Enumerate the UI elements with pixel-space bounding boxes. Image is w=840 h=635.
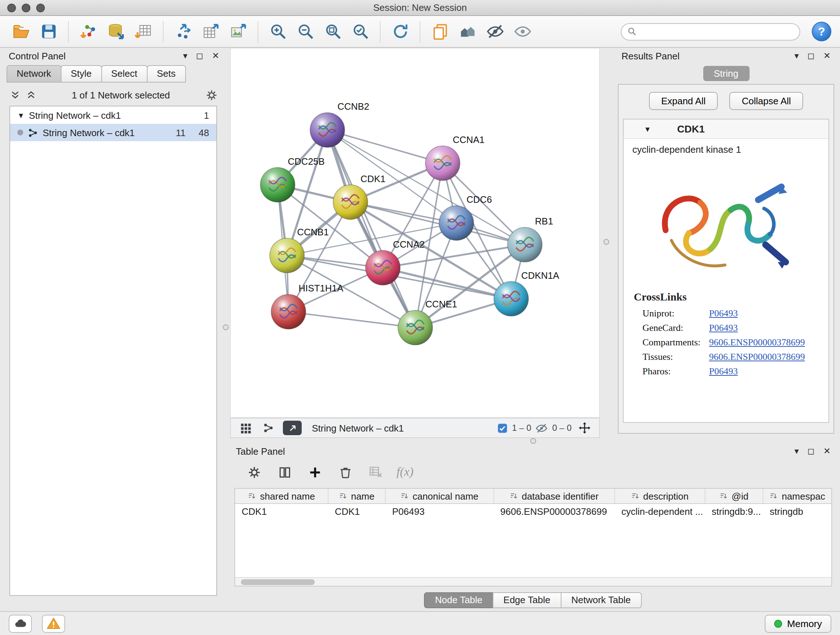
export-network-button[interactable] — [171, 19, 195, 44]
cloud-status-button[interactable] — [9, 614, 32, 632]
refresh-button[interactable] — [388, 19, 412, 44]
gene-disclosure-icon[interactable]: ▼ — [644, 125, 651, 133]
import-table-button[interactable] — [131, 19, 156, 44]
crosslink-link[interactable]: 9606.ENSP00000378699 — [709, 351, 805, 363]
network-graph[interactable]: CCNB2CCNA1CDC25BCDK1CDC6RB1CCNB1CCNA2CDK… — [231, 49, 599, 417]
export-image-icon — [229, 22, 247, 41]
warnings-button[interactable] — [42, 614, 65, 632]
show-all-button[interactable] — [510, 19, 535, 44]
tab-edge-table[interactable]: Edge Table — [493, 592, 561, 608]
cell-namespace[interactable]: stringdb — [763, 504, 831, 521]
expand-all-button[interactable]: Expand All — [649, 92, 718, 110]
splitter-handle[interactable] — [223, 325, 229, 330]
pan-mode-button[interactable] — [576, 420, 593, 436]
column-header-name[interactable]: name — [328, 489, 386, 503]
tab-select[interactable]: Select — [101, 65, 147, 82]
open-session-button[interactable] — [9, 19, 33, 44]
function-builder-button[interactable]: f(x) — [396, 465, 414, 479]
tab-sets[interactable]: Sets — [147, 65, 186, 82]
cell-shared-name[interactable]: CDK1 — [235, 504, 328, 521]
splitter-handle[interactable] — [603, 239, 609, 245]
column-header-description[interactable]: description — [615, 489, 706, 503]
maximize-window-button[interactable] — [36, 4, 45, 12]
network-edge-ccnb2-ccna1[interactable] — [327, 130, 443, 163]
column-header-namespace[interactable]: namespac — [763, 489, 831, 503]
import-network-database-button[interactable] — [103, 19, 128, 44]
panel-float-icon[interactable]: ◻ — [807, 447, 815, 455]
panel-menu-icon[interactable]: ▾ — [794, 51, 799, 60]
zoom-in-button[interactable] — [265, 19, 290, 44]
panel-close-icon[interactable]: ✕ — [212, 51, 219, 60]
cell-database-identifier[interactable]: 9606.ENSP00000378699 — [494, 504, 615, 521]
table-row[interactable]: CDK1 CDK1 P06493 9606.ENSP00000378699 cy… — [235, 504, 831, 521]
panel-float-icon[interactable]: ◻ — [807, 51, 815, 60]
collapse-all-button[interactable]: Collapse All — [729, 92, 804, 110]
delete-column-button[interactable] — [336, 463, 355, 481]
export-image-button[interactable] — [226, 19, 250, 44]
cell-canonical-name[interactable]: P06493 — [386, 504, 494, 521]
expand-all-icon[interactable] — [26, 90, 36, 100]
show-columns-button[interactable] — [275, 463, 294, 481]
network-row[interactable]: String Network – cdk1 11 48 — [10, 124, 216, 141]
crosslink-link[interactable]: P06493 — [709, 322, 737, 334]
horizontal-scrollbar[interactable] — [235, 577, 831, 586]
gear-icon[interactable] — [205, 89, 218, 101]
zoom-fit-button[interactable] — [321, 19, 345, 44]
splitter-handle[interactable] — [531, 438, 536, 444]
crosslink-link[interactable]: 9606.ENSP00000378699 — [709, 337, 805, 348]
tab-node-table[interactable]: Node Table — [424, 592, 493, 608]
network-collection-row[interactable]: ▼ String Network – cdk1 1 — [10, 106, 216, 124]
panel-close-icon[interactable]: ✕ — [823, 447, 831, 455]
collection-disclosure-icon[interactable]: ▼ — [17, 111, 25, 119]
column-header-canonical-name[interactable]: canonical name — [386, 489, 494, 503]
create-column-button[interactable] — [305, 463, 324, 481]
panel-float-icon[interactable]: ◻ — [196, 51, 203, 60]
zoom-out-button[interactable] — [293, 19, 317, 44]
tab-style[interactable]: Style — [60, 65, 102, 82]
open-in-window-button[interactable] — [283, 421, 302, 435]
column-header-database-identifier[interactable]: database identifier — [494, 489, 615, 503]
cell-description[interactable]: cyclin-dependent ... — [615, 504, 706, 521]
panel-menu-icon[interactable]: ▾ — [183, 51, 187, 60]
network-edge-ccne1-hist1h1a[interactable] — [288, 312, 415, 328]
minimize-window-button[interactable] — [22, 4, 30, 12]
cloud-icon — [13, 616, 27, 630]
network-view[interactable]: CCNB2CCNA1CDC25BCDK1CDC6RB1CCNB1CCNA2CDK… — [230, 48, 600, 418]
string-panel-button[interactable] — [260, 420, 277, 436]
gene-section-header[interactable]: ▼ CDK1 — [624, 119, 829, 139]
help-button[interactable]: ? — [812, 22, 831, 41]
column-header-shared-name[interactable]: shared name — [235, 489, 328, 503]
eye-icon — [513, 22, 531, 41]
cell-id[interactable]: stringdb:9... — [705, 504, 763, 521]
sort-icon — [339, 492, 347, 500]
birds-eye-view-button[interactable] — [237, 420, 254, 436]
cell-name[interactable]: CDK1 — [328, 504, 386, 521]
memory-button[interactable]: Memory — [765, 614, 831, 632]
import-network-file-button[interactable] — [76, 19, 101, 44]
table-settings-button[interactable] — [245, 463, 264, 481]
search-input[interactable] — [621, 23, 800, 40]
export-table-button[interactable] — [198, 19, 223, 44]
tab-network[interactable]: Network — [6, 65, 61, 82]
zoom-selected-button[interactable] — [348, 19, 373, 44]
panel-close-icon[interactable]: ✕ — [823, 51, 831, 60]
tab-network-table[interactable]: Network Table — [561, 592, 641, 608]
delete-table-button[interactable] — [366, 463, 385, 481]
copy-document-button[interactable] — [428, 19, 452, 44]
home-view-button[interactable] — [455, 19, 480, 44]
panel-menu-icon[interactable]: ▾ — [794, 447, 799, 455]
collapse-all-icon[interactable] — [10, 90, 20, 100]
save-session-button[interactable] — [36, 19, 61, 44]
crosslink-row: Tissues: 9606.ENSP00000378699 — [634, 351, 818, 363]
crosslink-link[interactable]: P06493 — [709, 366, 737, 377]
close-window-button[interactable] — [7, 4, 16, 12]
tab-string[interactable]: String — [703, 66, 749, 81]
network-edge-ccnb2-ccne1[interactable] — [327, 130, 415, 328]
toolbar-separator — [163, 21, 164, 42]
crosslink-link[interactable]: P06493 — [709, 308, 737, 319]
column-header-id[interactable]: @id — [705, 489, 763, 503]
crosslink-label: Compartments: — [634, 337, 709, 348]
hide-selected-button[interactable] — [483, 19, 507, 44]
scrollbar-thumb[interactable] — [241, 579, 315, 585]
columns-icon — [278, 465, 291, 479]
